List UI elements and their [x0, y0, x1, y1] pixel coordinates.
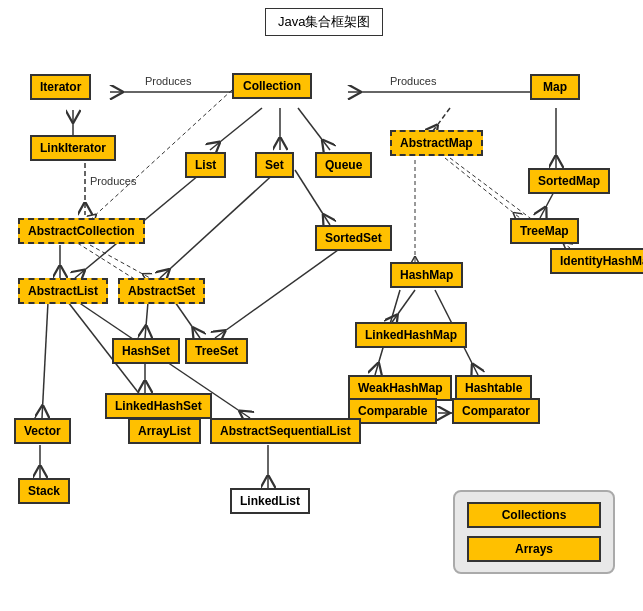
- svg-line-14: [160, 170, 278, 278]
- svg-line-12: [90, 245, 150, 278]
- node-arrays: Arrays: [467, 536, 601, 562]
- node-treemap: TreeMap: [510, 218, 579, 244]
- node-sortedset: SortedSet: [315, 225, 392, 251]
- node-abstractsequentiallist: AbstractSequentialList: [210, 418, 361, 444]
- node-identityhashmap: IdentityHashMap: [550, 248, 643, 274]
- svg-line-22: [215, 245, 345, 338]
- node-map: Map: [530, 74, 580, 100]
- node-hashset: HashSet: [112, 338, 180, 364]
- svg-line-27: [42, 302, 48, 418]
- node-linkiterator: LinkIterator: [30, 135, 116, 161]
- node-abstractmap: AbstractMap: [390, 130, 483, 156]
- svg-line-15: [295, 170, 330, 225]
- node-linkedlist: LinkedList: [230, 488, 310, 514]
- produces1-label: Produces: [145, 75, 192, 87]
- node-collection: Collection: [232, 73, 312, 99]
- node-hashmap: HashMap: [390, 262, 463, 288]
- svg-line-21: [175, 302, 200, 338]
- legend-box: Collections Arrays: [453, 490, 615, 574]
- node-treeset: TreeSet: [185, 338, 248, 364]
- node-linkedhashmap: LinkedHashMap: [355, 322, 467, 348]
- node-abstractset: AbstractSet: [118, 278, 205, 304]
- diagram: Java集合框架图 Produces Produces Produces: [0, 0, 643, 611]
- svg-text:Produces: Produces: [90, 175, 137, 187]
- node-queue: Queue: [315, 152, 372, 178]
- node-list: List: [185, 152, 226, 178]
- svg-line-7: [298, 108, 330, 150]
- node-abstractcollection: AbstractCollection: [18, 218, 145, 244]
- node-iterator: Iterator: [30, 74, 91, 100]
- node-arraylist: ArrayList: [128, 418, 201, 444]
- svg-line-23: [390, 290, 415, 325]
- node-set: Set: [255, 152, 294, 178]
- svg-line-20: [145, 302, 148, 338]
- svg-line-5: [210, 108, 262, 150]
- node-stack: Stack: [18, 478, 70, 504]
- title-text: Java集合框架图: [278, 14, 370, 29]
- title-box: Java集合框架图: [265, 8, 383, 36]
- produces2-label: Produces: [390, 75, 437, 87]
- node-linkedhashset: LinkedHashSet: [105, 393, 212, 419]
- node-collections: Collections: [467, 502, 601, 528]
- node-abstractlist: AbstractList: [18, 278, 108, 304]
- svg-line-17: [445, 158, 520, 218]
- node-vector: Vector: [14, 418, 71, 444]
- node-sortedmap: SortedMap: [528, 168, 610, 194]
- node-comparator: Comparator: [452, 398, 540, 424]
- node-comparable: Comparable: [348, 398, 437, 424]
